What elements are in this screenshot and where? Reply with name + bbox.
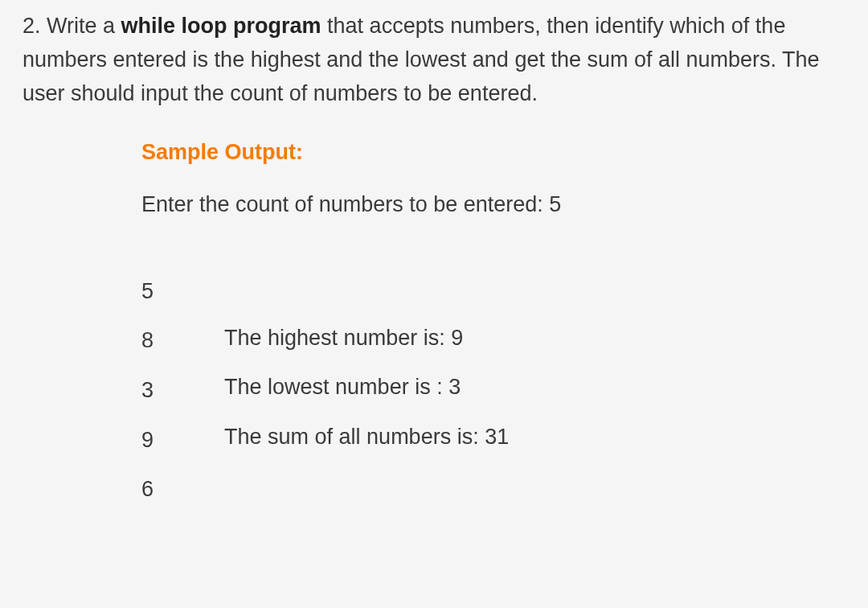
input-number: 9 [141,429,154,453]
result-highest: The highest number is: 9 [224,327,509,351]
question-text: 2. Write a while loop program that accep… [23,10,845,111]
input-number: 5 [141,280,154,304]
question-text-before: Write a [41,14,121,38]
results-column: The highest number is: 9 The lowest numb… [224,327,509,502]
sample-output-heading: Sample Output: [141,140,845,165]
indented-section: Sample Output: Enter the count of number… [23,140,845,502]
input-number: 3 [141,379,154,403]
output-section: 5 8 3 9 6 The highest number is: 9 The l… [141,280,845,502]
input-number: 6 [141,478,154,502]
question-number: 2. [23,14,41,38]
prompt-line: Enter the count of numbers to be entered… [141,192,845,217]
input-number: 8 [141,329,154,353]
input-numbers-column: 5 8 3 9 6 [141,280,154,502]
question-bold: while loop program [121,14,321,38]
result-lowest: The lowest number is : 3 [224,376,509,400]
result-sum: The sum of all numbers is: 31 [224,425,509,450]
